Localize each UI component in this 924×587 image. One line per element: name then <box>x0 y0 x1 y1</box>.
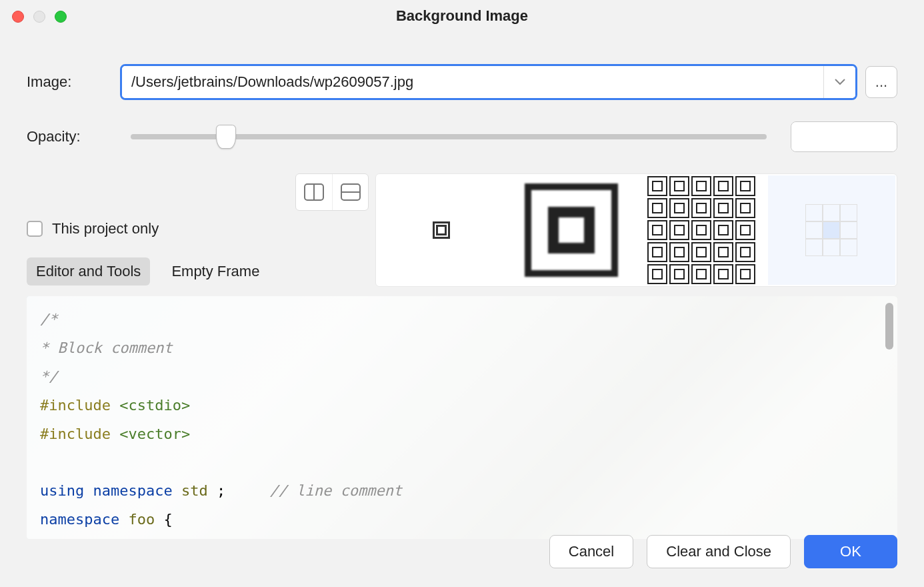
code-token: <cstdio> <box>119 397 190 414</box>
code-line: /* <box>40 311 58 328</box>
square-icon <box>433 221 450 239</box>
fill-mode-scale[interactable] <box>508 175 635 285</box>
tile-grid-icon <box>647 176 755 284</box>
fill-mode-anchor[interactable] <box>768 175 895 285</box>
window-maximize-button[interactable] <box>55 11 67 23</box>
window-title: Background Image <box>396 7 528 25</box>
code-token: #include <box>40 397 111 414</box>
ellipsis-icon: ... <box>875 73 887 91</box>
tab-editor-tools[interactable]: Editor and Tools <box>27 257 150 285</box>
preview-scrollbar[interactable] <box>885 303 893 350</box>
ok-button[interactable]: OK <box>804 535 897 568</box>
opacity-slider[interactable] <box>131 134 767 139</box>
anchor-grid-icon <box>805 204 857 256</box>
browse-button[interactable]: ... <box>865 66 897 98</box>
code-token: { <box>163 511 172 528</box>
cancel-button[interactable]: Cancel <box>549 535 633 568</box>
project-only-checkbox[interactable] <box>27 221 43 237</box>
image-path-combo[interactable] <box>120 64 857 100</box>
tab-empty-frame[interactable]: Empty Frame <box>162 257 269 285</box>
code-token: std <box>181 482 208 499</box>
code-token: // line comment <box>269 482 402 499</box>
fill-mode-tile[interactable] <box>638 175 765 285</box>
opacity-spinner[interactable] <box>791 121 897 152</box>
opacity-value-input[interactable] <box>791 122 897 151</box>
project-only-label: This project only <box>52 220 159 237</box>
code-token: using <box>40 482 84 499</box>
split-vertical-icon[interactable] <box>296 174 332 210</box>
image-label: Image: <box>27 73 120 91</box>
window-close-button[interactable] <box>12 11 24 23</box>
code-line: */ <box>40 368 58 385</box>
preview-pane: /* * Block comment */ #include <cstdio> … <box>27 296 897 539</box>
split-horizontal-icon[interactable] <box>332 174 368 210</box>
opacity-slider-thumb[interactable] <box>216 125 236 149</box>
clear-close-button[interactable]: Clear and Close <box>647 535 791 568</box>
image-path-input[interactable] <box>122 66 823 98</box>
opacity-label: Opacity: <box>27 128 120 145</box>
code-token: namespace <box>40 511 119 528</box>
code-token: <vector> <box>119 426 190 442</box>
chevron-down-icon[interactable] <box>823 66 855 98</box>
scale-square-icon <box>525 183 618 277</box>
code-token: namespace <box>93 482 172 499</box>
code-token: ; <box>217 482 225 499</box>
window-minimize-button[interactable] <box>33 11 45 23</box>
fill-mode-plain[interactable] <box>377 175 505 285</box>
code-token: #include <box>40 426 111 442</box>
code-token: foo <box>128 511 155 528</box>
code-line: * Block comment <box>40 340 173 356</box>
